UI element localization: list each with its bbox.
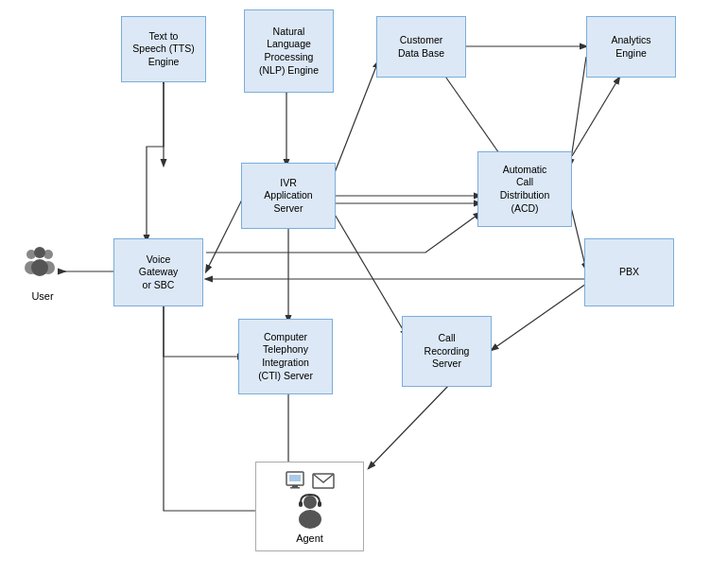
svg-point-30 bbox=[299, 510, 321, 529]
agent-label: Agent bbox=[296, 532, 323, 544]
vgw-label: VoiceGatewayor SBC bbox=[139, 253, 178, 292]
svg-rect-26 bbox=[292, 485, 298, 487]
analytics-label: AnalyticsEngine bbox=[611, 34, 650, 60]
svg-point-29 bbox=[303, 496, 317, 509]
svg-rect-32 bbox=[318, 501, 321, 507]
crs-node: CallRecordingServer bbox=[402, 316, 492, 387]
acd-label: AutomaticCallDistribution(ACD) bbox=[500, 164, 550, 216]
pbx-node: PBX bbox=[584, 238, 674, 306]
svg-line-7 bbox=[572, 78, 619, 156]
svg-line-15 bbox=[492, 284, 586, 350]
nlp-node: NaturalLanguageProcessing(NLP) Engine bbox=[244, 9, 334, 93]
diagram-container: User Text toSpeech (TTS)Engine NaturalLa… bbox=[0, 0, 728, 576]
ivr-label: IVRApplicationServer bbox=[264, 177, 312, 216]
svg-line-5 bbox=[334, 61, 378, 175]
tts-node: Text toSpeech (TTS)Engine bbox=[121, 16, 206, 82]
tts-label: Text toSpeech (TTS)Engine bbox=[132, 30, 194, 69]
user-node: User bbox=[9, 232, 76, 317]
svg-line-16 bbox=[334, 213, 407, 336]
svg-rect-27 bbox=[290, 487, 300, 489]
user-label: User bbox=[31, 290, 53, 302]
agent-person-icon bbox=[291, 493, 329, 531]
acd-node: AutomaticCallDistribution(ACD) bbox=[477, 151, 572, 227]
pbx-label: PBX bbox=[619, 266, 639, 279]
svg-rect-31 bbox=[299, 501, 303, 507]
svg-point-23 bbox=[31, 259, 48, 276]
cti-label: ComputerTelephonyIntegration(CTI) Server bbox=[258, 331, 313, 383]
user-icon bbox=[22, 247, 63, 288]
cdb-node: CustomerData Base bbox=[376, 16, 466, 78]
cdb-label: CustomerData Base bbox=[398, 34, 444, 60]
agent-node: Agent bbox=[255, 462, 364, 551]
cti-node: ComputerTelephonyIntegration(CTI) Server bbox=[238, 319, 333, 394]
crs-label: CallRecordingServer bbox=[425, 332, 470, 371]
nlp-label: NaturalLanguageProcessing(NLP) Engine bbox=[259, 26, 319, 78]
svg-line-9 bbox=[206, 196, 244, 271]
ivr-node: IVRApplicationServer bbox=[241, 163, 336, 229]
svg-point-22 bbox=[34, 247, 45, 258]
svg-rect-25 bbox=[289, 475, 301, 481]
agent-icons bbox=[286, 470, 335, 491]
svg-line-17 bbox=[369, 385, 449, 468]
svg-line-8 bbox=[570, 57, 586, 166]
analytics-node: AnalyticsEngine bbox=[586, 16, 676, 78]
vgw-node: VoiceGatewayor SBC bbox=[113, 238, 203, 306]
